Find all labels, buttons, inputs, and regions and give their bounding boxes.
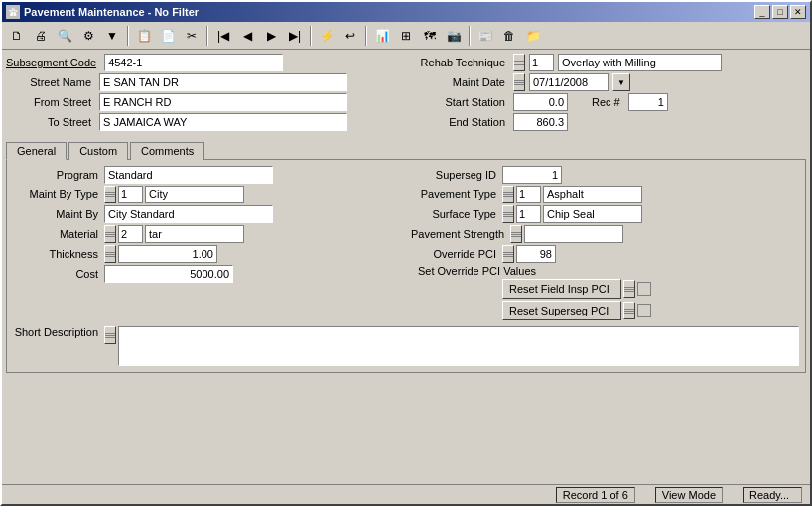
maint-by-type-grip[interactable] xyxy=(104,186,116,203)
street-name-input[interactable] xyxy=(99,73,347,91)
filter-button[interactable]: ▼ xyxy=(101,25,123,47)
title-bar-left: 🛣 Pavement Maintenance - No Filter xyxy=(6,5,199,19)
override-pci-input[interactable] xyxy=(516,245,556,263)
refresh-button[interactable]: ⚡ xyxy=(316,25,338,47)
start-station-input[interactable] xyxy=(513,93,568,111)
cut-button[interactable]: ✂ xyxy=(181,25,203,47)
nav-next-button[interactable]: ▶ xyxy=(260,25,282,47)
reset-field-row: Reset Field Insp PCI xyxy=(411,279,799,299)
surface-type-grip[interactable] xyxy=(502,205,514,223)
report-button[interactable]: 📰 xyxy=(474,25,496,47)
pavement-strength-input[interactable] xyxy=(524,225,623,243)
reset-superseg-checkbox[interactable] xyxy=(637,304,651,317)
end-station-input[interactable] xyxy=(513,113,568,131)
maint-by-type-code[interactable] xyxy=(118,186,143,203)
program-row: Program xyxy=(13,166,401,184)
subsegment-label: Subsegment Code xyxy=(6,57,100,68)
from-street-input[interactable] xyxy=(99,93,347,111)
surface-type-code[interactable] xyxy=(516,205,541,223)
subsegment-underline-label[interactable]: Subsegment Code xyxy=(6,57,96,68)
from-street-row: From Street xyxy=(6,93,402,111)
delete-button[interactable]: 🗑 xyxy=(498,25,520,47)
status-mode: View Mode xyxy=(655,487,723,503)
override-pci-label: Override PCI xyxy=(411,248,500,260)
nav-last-button[interactable]: ▶| xyxy=(284,25,306,47)
tab-general[interactable]: General xyxy=(6,142,67,160)
undo-button[interactable]: ↩ xyxy=(339,25,361,47)
override-pci-grip[interactable] xyxy=(502,245,514,263)
cost-input[interactable] xyxy=(104,265,233,283)
rec-input[interactable] xyxy=(628,93,668,111)
tab-comments[interactable]: Comments xyxy=(130,142,204,160)
surface-type-input[interactable] xyxy=(543,205,642,223)
set-override-row: Set Override PCI Values xyxy=(411,265,799,277)
open-button[interactable]: 📁 xyxy=(522,25,544,47)
material-grip[interactable] xyxy=(104,225,116,243)
paste-button[interactable]: 📄 xyxy=(157,25,179,47)
pavement-strength-grip[interactable] xyxy=(510,225,522,243)
thickness-grip[interactable] xyxy=(104,245,116,263)
toolbar-separator-5 xyxy=(469,26,471,46)
maint-date-dropdown[interactable]: ▼ xyxy=(612,73,630,91)
pavement-type-label: Pavement Type xyxy=(411,189,500,200)
maximize-button[interactable]: □ xyxy=(772,5,788,19)
street-name-row: Street Name xyxy=(6,73,402,91)
rehab-label: Rehab Technique xyxy=(410,57,509,68)
short-desc-label: Short Description xyxy=(13,326,102,338)
program-label: Program xyxy=(13,169,102,181)
maint-date-grip[interactable] xyxy=(513,73,525,91)
rehab-code-input[interactable] xyxy=(529,54,554,71)
cost-label: Cost xyxy=(13,268,102,280)
nav-first-button[interactable]: |◀ xyxy=(212,25,234,47)
print-button[interactable]: 🖨 xyxy=(30,25,52,47)
minimize-button[interactable]: _ xyxy=(754,5,770,19)
maint-date-input[interactable] xyxy=(529,73,609,91)
maint-by-input[interactable] xyxy=(104,205,273,223)
photo-button[interactable]: 📷 xyxy=(443,25,465,47)
app-icon: 🛣 xyxy=(6,5,20,19)
material-input[interactable] xyxy=(145,225,244,243)
end-station-label: End Station xyxy=(410,116,509,128)
maint-date-row: Maint Date ▼ xyxy=(410,73,806,91)
to-street-row: To Street xyxy=(6,113,402,131)
material-code[interactable] xyxy=(118,225,143,243)
reset-superseg-grip[interactable] xyxy=(623,302,635,319)
superseg-id-input[interactable] xyxy=(502,166,562,184)
filter-dropdown[interactable]: ▼ xyxy=(101,25,123,47)
chart-button[interactable]: 📊 xyxy=(371,25,393,47)
copy-button[interactable]: 📋 xyxy=(133,25,155,47)
general-right-col: Superseg ID Pavement Type Surface xyxy=(411,166,799,322)
short-desc-grip[interactable] xyxy=(104,326,116,344)
tab-bar: General Custom Comments xyxy=(6,141,806,159)
pavement-strength-row: Pavement Strength xyxy=(411,225,799,243)
set-override-label: Set Override PCI Values xyxy=(411,265,540,277)
maint-date-label: Maint Date xyxy=(410,76,509,88)
status-bar: Record 1 of 6 View Mode Ready... xyxy=(2,484,810,504)
rehab-value-input[interactable] xyxy=(558,54,722,71)
new-button[interactable]: 🗋 xyxy=(6,25,28,47)
reset-field-grip[interactable] xyxy=(623,280,635,298)
reset-field-button[interactable]: Reset Field Insp PCI xyxy=(502,279,621,299)
nav-prev-button[interactable]: ◀ xyxy=(236,25,258,47)
search-button[interactable]: 🔍 xyxy=(54,25,75,47)
close-button[interactable]: ✕ xyxy=(790,5,806,19)
subsegment-input[interactable] xyxy=(104,54,283,71)
toolbar-separator-4 xyxy=(365,26,367,46)
settings-button[interactable]: ⚙ xyxy=(77,25,99,47)
map-button[interactable]: 🗺 xyxy=(419,25,441,47)
maint-by-type-input[interactable] xyxy=(145,186,244,203)
reset-field-checkbox[interactable] xyxy=(637,282,651,296)
main-window: 🛣 Pavement Maintenance - No Filter _ □ ✕… xyxy=(0,0,812,506)
pavement-type-input[interactable] xyxy=(543,186,642,203)
reset-superseg-button[interactable]: Reset Superseg PCI xyxy=(502,301,621,320)
pavement-type-code[interactable] xyxy=(516,186,541,203)
thickness-input[interactable] xyxy=(118,245,217,263)
program-input[interactable] xyxy=(104,166,273,184)
surface-type-label: Surface Type xyxy=(411,208,500,220)
tab-custom[interactable]: Custom xyxy=(68,142,128,160)
to-street-input[interactable] xyxy=(99,113,347,131)
pavement-type-grip[interactable] xyxy=(502,186,514,203)
grid-button[interactable]: ⊞ xyxy=(395,25,417,47)
rehab-grip[interactable] xyxy=(513,54,525,71)
short-desc-input[interactable] xyxy=(118,326,799,366)
